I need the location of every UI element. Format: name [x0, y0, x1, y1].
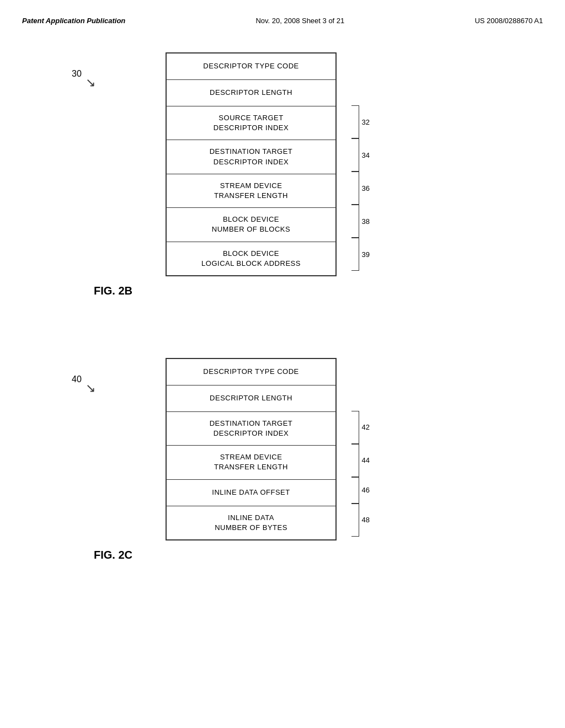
- fig2c-row-stream-device: STREAM DEVICETRANSFER LENGTH: [167, 446, 335, 479]
- fig2b-arrow: ↘: [86, 76, 95, 90]
- header-date-sheet: Nov. 20, 2008 Sheet 3 of 21: [255, 17, 344, 25]
- fig2c-row-destination-target: DESTINATION TARGETDESCRIPTOR INDEX: [167, 412, 335, 446]
- fig2b-cell-0: DESCRIPTOR TYPE CODE: [203, 61, 299, 71]
- fig2b-row-descriptor-length: DESCRIPTOR LENGTH: [167, 80, 335, 106]
- fig2c-row-inline-data-offset: INLINE DATA OFFSET: [167, 480, 335, 506]
- content-area: 30 ↘ DESCRIPTOR TYPE CODE DESCRIPTOR LEN…: [22, 41, 543, 572]
- fig2c-diagram: 40 ↘ DESCRIPTOR TYPE CODE DESCRIPTOR LEN…: [55, 358, 510, 540]
- fig2b-cell-2: SOURCE TARGETDESCRIPTOR INDEX: [214, 113, 289, 133]
- fig2c-label-46: 46: [362, 486, 370, 494]
- fig2b-annotation-32: 32: [351, 105, 370, 138]
- fig2c-label-48: 48: [362, 516, 370, 524]
- fig2b-annotation-38: 38: [351, 205, 370, 238]
- fig2b-annotation-34: 34: [351, 138, 370, 172]
- fig2b-diagram: 30 ↘ DESCRIPTOR TYPE CODE DESCRIPTOR LEN…: [55, 52, 510, 276]
- fig2c-diagram-number: 40: [72, 374, 82, 384]
- fig2b-annotation-39: 39: [351, 238, 370, 271]
- fig2b-figure-label: FIG. 2B: [72, 285, 132, 297]
- fig2c-cell-1: DESCRIPTOR LENGTH: [210, 393, 292, 403]
- fig2b-annotation-36: 36: [351, 172, 370, 205]
- fig2c-figure-label: FIG. 2C: [72, 549, 132, 561]
- header-publication-type: Patent Application Publication: [22, 17, 125, 25]
- fig2c-cell-2: DESTINATION TARGETDESCRIPTOR INDEX: [210, 419, 293, 438]
- fig2c-cell-4: INLINE DATA OFFSET: [212, 488, 290, 497]
- fig2b-cell-6: BLOCK DEVICELOGICAL BLOCK ADDRESS: [201, 249, 301, 269]
- header-patent-number: US 2008/0288670 A1: [475, 17, 543, 25]
- fig2b-cell-5: BLOCK DEVICENUMBER OF BLOCKS: [212, 215, 290, 234]
- fig2b-label-32: 32: [362, 118, 370, 126]
- fig2b-cell-1: DESCRIPTOR LENGTH: [210, 88, 292, 98]
- fig2b-label-38: 38: [362, 217, 370, 226]
- fig2c-section: 40 ↘ DESCRIPTOR TYPE CODE DESCRIPTOR LEN…: [55, 358, 510, 561]
- fig2b-cell-3: DESTINATION TARGETDESCRIPTOR INDEX: [210, 147, 293, 167]
- fig2b-table-container: DESCRIPTOR TYPE CODE DESCRIPTOR LENGTH S…: [166, 52, 337, 276]
- fig2b-section: 30 ↘ DESCRIPTOR TYPE CODE DESCRIPTOR LEN…: [55, 52, 510, 297]
- fig2c-left-panel: 40 ↘: [55, 358, 166, 540]
- page-header: Patent Application Publication Nov. 20, …: [22, 11, 543, 41]
- fig2b-row-stream-device: STREAM DEVICETRANSFER LENGTH: [167, 174, 335, 208]
- fig2c-row-inline-data-bytes: INLINE DATANUMBER OF BYTES: [167, 506, 335, 539]
- fig2b-label-34: 34: [362, 151, 370, 159]
- fig2c-annotation-44: 44: [351, 444, 370, 477]
- fig2c-annotation-42: 42: [351, 411, 370, 444]
- fig2c-cell-5: INLINE DATANUMBER OF BYTES: [215, 513, 287, 533]
- fig2c-cell-0: DESCRIPTOR TYPE CODE: [203, 367, 299, 377]
- fig2c-label-44: 44: [362, 456, 370, 464]
- fig2c-label-container: FIG. 2C: [55, 549, 510, 561]
- fig2c-label-42: 42: [362, 423, 370, 431]
- fig2c-annotation-48: 48: [351, 504, 370, 537]
- fig2c-row-descriptor-type-code: DESCRIPTOR TYPE CODE: [167, 359, 335, 386]
- fig2b-cell-4: STREAM DEVICETRANSFER LENGTH: [214, 181, 288, 201]
- section-divider: [55, 336, 510, 358]
- fig2c-annotation-46: 46: [351, 477, 370, 504]
- fig2c-table: DESCRIPTOR TYPE CODE DESCRIPTOR LENGTH D…: [166, 358, 337, 540]
- fig2b-row-block-device-address: BLOCK DEVICELOGICAL BLOCK ADDRESS: [167, 242, 335, 275]
- fig2c-arrow: ↘: [86, 381, 95, 395]
- fig2b-label-39: 39: [362, 250, 370, 259]
- fig2b-left-panel: 30 ↘: [55, 52, 166, 262]
- fig2c-row-descriptor-length: DESCRIPTOR LENGTH: [167, 386, 335, 412]
- page: Patent Application Publication Nov. 20, …: [0, 0, 565, 728]
- fig2b-row-destination-target: DESTINATION TARGETDESCRIPTOR INDEX: [167, 140, 335, 174]
- fig2b-row-descriptor-type-code: DESCRIPTOR TYPE CODE: [167, 53, 335, 80]
- fig2b-table: DESCRIPTOR TYPE CODE DESCRIPTOR LENGTH S…: [166, 52, 337, 276]
- fig2b-diagram-number: 30: [72, 69, 82, 79]
- fig2b-row-block-device-blocks: BLOCK DEVICENUMBER OF BLOCKS: [167, 208, 335, 242]
- fig2b-label-36: 36: [362, 184, 370, 192]
- fig2b-label-container: FIG. 2B: [55, 285, 510, 297]
- fig2c-table-container: DESCRIPTOR TYPE CODE DESCRIPTOR LENGTH D…: [166, 358, 337, 540]
- fig2b-row-source-target: SOURCE TARGETDESCRIPTOR INDEX: [167, 106, 335, 140]
- fig2c-cell-3: STREAM DEVICETRANSFER LENGTH: [214, 452, 288, 472]
